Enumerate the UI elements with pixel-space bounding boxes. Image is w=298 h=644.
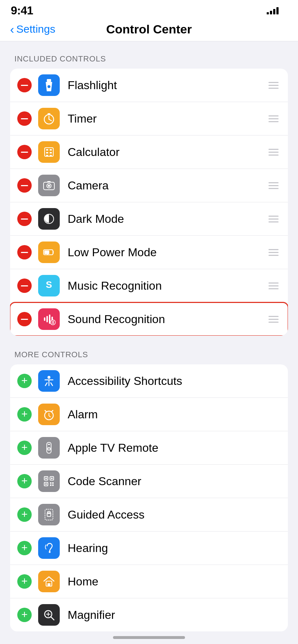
sound-recognition-icon bbox=[38, 308, 60, 330]
signal-icon bbox=[267, 6, 279, 14]
calculator-icon bbox=[38, 141, 60, 163]
remove-soundrecog-button[interactable] bbox=[17, 312, 32, 326]
list-item: Code Scanner bbox=[10, 465, 288, 498]
hearing-label: Hearing bbox=[68, 542, 281, 555]
svg-rect-2 bbox=[47, 79, 51, 82]
status-icons bbox=[267, 6, 287, 14]
svg-rect-12 bbox=[50, 155, 52, 156]
add-tvremote-button[interactable] bbox=[17, 441, 32, 455]
calculator-drag-handle[interactable] bbox=[266, 147, 281, 158]
list-item: Sound Recognition bbox=[10, 303, 288, 336]
nav-bar: ‹ Settings Control Center bbox=[0, 19, 298, 41]
svg-rect-42 bbox=[52, 482, 54, 484]
add-magnifier-button[interactable] bbox=[17, 608, 32, 622]
svg-rect-40 bbox=[45, 483, 47, 485]
accessibility-icon bbox=[38, 370, 60, 392]
list-item: Hearing bbox=[10, 532, 288, 565]
svg-rect-43 bbox=[50, 484, 51, 486]
lowpower-icon bbox=[38, 242, 60, 263]
list-item: Calculator bbox=[10, 135, 288, 169]
svg-point-26 bbox=[50, 320, 55, 325]
svg-rect-32 bbox=[48, 444, 50, 445]
svg-line-52 bbox=[51, 617, 54, 620]
alarm-icon bbox=[38, 404, 60, 425]
remove-darkmode-button[interactable] bbox=[17, 212, 32, 226]
list-item: S Music Recognition bbox=[10, 269, 288, 303]
camera-icon bbox=[38, 175, 60, 196]
guided-access-label: Guided Access bbox=[68, 508, 281, 521]
calculator-label: Calculator bbox=[68, 146, 263, 159]
svg-rect-22 bbox=[44, 317, 45, 321]
svg-rect-7 bbox=[46, 149, 48, 151]
svg-rect-11 bbox=[46, 155, 48, 156]
hearing-icon bbox=[38, 537, 60, 559]
included-controls-list: Flashlight Timer Calculator bbox=[10, 69, 288, 336]
svg-rect-6 bbox=[45, 148, 53, 156]
list-item: Guided Access bbox=[10, 498, 288, 532]
more-controls-header: MORE CONTROLS bbox=[0, 350, 298, 364]
add-alarm-button[interactable] bbox=[17, 407, 32, 422]
status-bar: 9:41 bbox=[0, 0, 298, 19]
low-power-label: Low Power Mode bbox=[68, 246, 263, 259]
svg-rect-5 bbox=[48, 113, 50, 114]
list-item: Flashlight bbox=[10, 69, 288, 102]
included-controls-header: INCLUDED CONTROLS bbox=[0, 54, 298, 69]
alarm-label: Alarm bbox=[68, 408, 281, 421]
dark-mode-label: Dark Mode bbox=[68, 212, 263, 226]
svg-rect-50 bbox=[48, 583, 50, 586]
timer-label: Timer bbox=[68, 112, 263, 125]
remove-musicrecog-button[interactable] bbox=[17, 279, 32, 293]
remove-lowpower-button[interactable] bbox=[17, 245, 32, 259]
svg-rect-23 bbox=[46, 316, 48, 322]
add-guidedaccess-button[interactable] bbox=[17, 507, 32, 522]
list-item: Timer bbox=[10, 102, 288, 135]
svg-point-15 bbox=[48, 185, 50, 187]
svg-rect-44 bbox=[52, 484, 54, 486]
tv-remote-icon bbox=[38, 437, 60, 459]
svg-text:S: S bbox=[46, 279, 52, 290]
content: INCLUDED CONTROLS Flashlight Timer bbox=[0, 41, 298, 631]
add-accessibility-button[interactable] bbox=[17, 374, 32, 388]
back-button[interactable]: ‹ Settings bbox=[10, 23, 55, 35]
chevron-left-icon: ‹ bbox=[10, 23, 14, 35]
list-item: Accessibility Shortcuts bbox=[10, 364, 288, 398]
svg-rect-9 bbox=[46, 152, 48, 153]
list-item: Alarm bbox=[10, 398, 288, 431]
darkmode-icon bbox=[38, 208, 60, 230]
add-codescanner-button[interactable] bbox=[17, 474, 32, 488]
darkmode-drag-handle[interactable] bbox=[266, 213, 281, 225]
list-item: Home bbox=[10, 565, 288, 598]
status-time: 9:41 bbox=[11, 4, 33, 17]
accessibility-shortcuts-label: Accessibility Shortcuts bbox=[68, 374, 281, 388]
add-hearing-button[interactable] bbox=[17, 541, 32, 555]
add-home-button[interactable] bbox=[17, 574, 32, 589]
flashlight-icon bbox=[38, 74, 60, 96]
remove-timer-button[interactable] bbox=[17, 111, 32, 126]
remove-flashlight-button[interactable] bbox=[17, 78, 32, 92]
home-indicator bbox=[113, 636, 185, 639]
more-controls-list: Accessibility Shortcuts Alarm Apple TV R… bbox=[10, 364, 288, 631]
svg-rect-16 bbox=[47, 181, 51, 183]
flashlight-drag-handle[interactable] bbox=[266, 80, 281, 91]
svg-rect-39 bbox=[51, 478, 53, 479]
page-title: Control Center bbox=[106, 22, 192, 36]
home-label: Home bbox=[68, 575, 281, 588]
remove-calculator-button[interactable] bbox=[17, 145, 32, 159]
code-scanner-label: Code Scanner bbox=[68, 475, 281, 488]
list-item: Camera bbox=[10, 169, 288, 202]
code-scanner-icon bbox=[38, 470, 60, 492]
lowpower-drag-handle[interactable] bbox=[266, 247, 281, 258]
svg-rect-45 bbox=[45, 509, 53, 520]
list-item: Dark Mode bbox=[10, 202, 288, 236]
svg-point-34 bbox=[49, 448, 50, 450]
camera-drag-handle[interactable] bbox=[266, 180, 281, 191]
timer-drag-handle[interactable] bbox=[266, 113, 281, 124]
camera-label: Camera bbox=[68, 179, 263, 192]
musicrecog-drag-handle[interactable] bbox=[266, 280, 281, 291]
list-item: Low Power Mode bbox=[10, 236, 288, 269]
back-label: Settings bbox=[16, 23, 55, 35]
remove-camera-button[interactable] bbox=[17, 178, 32, 193]
guided-access-icon bbox=[38, 504, 60, 525]
home-icon bbox=[38, 571, 60, 592]
soundrecog-drag-handle[interactable] bbox=[266, 314, 281, 325]
